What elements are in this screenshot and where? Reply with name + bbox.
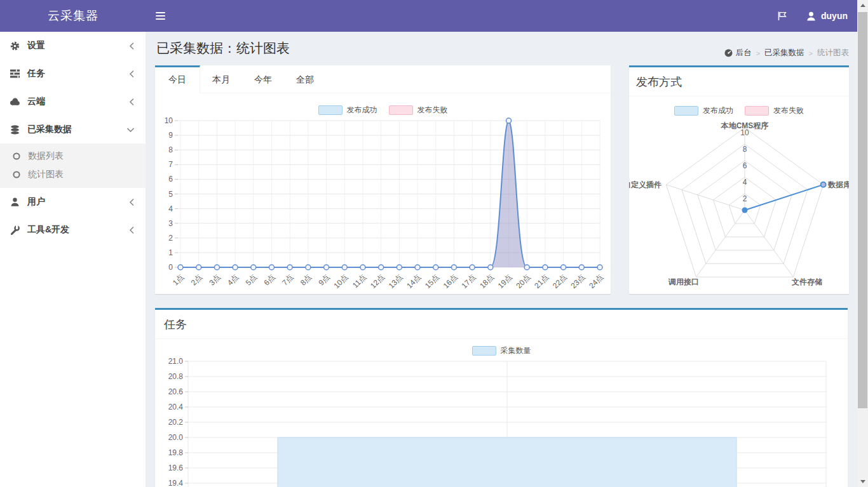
tab-this-year[interactable]: 今年 [242, 67, 284, 93]
tasks-panel: 任务 采集数量 21.020.820.620.420.220.019.819.6… [155, 308, 848, 487]
tab-today[interactable]: 今日 [155, 65, 200, 93]
sidebar-item-settings[interactable]: 设置 [0, 32, 146, 60]
hourly-publish-panel: 今日 本月 今年 全部 发布成功 发布失败 0123456789101点2点3点… [155, 65, 611, 294]
svg-text:6点: 6点 [262, 272, 276, 287]
scrollbar-thumb[interactable] [858, 12, 867, 408]
svg-text:12点: 12点 [369, 272, 386, 290]
top-navbar: 云采集器 duyun [0, 0, 868, 32]
svg-text:21点: 21点 [532, 272, 550, 290]
svg-text:4: 4 [743, 178, 747, 187]
svg-text:5点: 5点 [244, 272, 259, 287]
chevron-down-icon [126, 127, 135, 133]
legend-publish-success[interactable]: 发布成功 [318, 105, 377, 116]
chevron-left-icon [129, 198, 135, 206]
svg-text:20.4: 20.4 [168, 403, 184, 411]
legend-publish-fail[interactable]: 发布失败 [745, 105, 804, 116]
arrow-up-icon [860, 4, 865, 7]
svg-text:14点: 14点 [405, 272, 423, 290]
svg-text:19点: 19点 [496, 272, 514, 290]
sidebar-item-cloud[interactable]: 云端 [0, 88, 146, 116]
svg-text:23点: 23点 [569, 272, 587, 290]
sidebar-item-label: 设置 [27, 40, 129, 51]
chevron-left-icon [129, 226, 135, 234]
legend-success-swatch [674, 106, 698, 116]
svg-text:19.8: 19.8 [168, 448, 184, 457]
tasks-icon [10, 69, 20, 78]
scrollbar-up-button[interactable] [857, 0, 868, 11]
svg-text:4点: 4点 [226, 272, 240, 287]
sidebar-item-label: 用户 [27, 196, 129, 208]
svg-text:9: 9 [168, 131, 173, 140]
sidebar-subitem-data-list[interactable]: 数据列表 [0, 147, 146, 165]
svg-text:8: 8 [743, 145, 747, 154]
scrollbar-down-button[interactable] [857, 476, 868, 487]
sidebar-item-tools-dev[interactable]: 工具&开发 [0, 216, 146, 244]
panel-header: 发布方式 [629, 67, 849, 97]
svg-text:19.4: 19.4 [168, 479, 184, 487]
svg-text:4: 4 [168, 204, 173, 213]
svg-text:24点: 24点 [587, 272, 605, 290]
breadcrumb-current: 统计图表 [817, 48, 849, 58]
legend-publish-fail[interactable]: 发布失败 [389, 105, 448, 116]
collected-data-submenu: 数据列表 统计图表 [0, 143, 146, 188]
breadcrumb-separator: > [756, 50, 760, 57]
sidebar-item-tasks[interactable]: 任务 [0, 60, 146, 88]
svg-text:6: 6 [743, 161, 747, 170]
sidebar-item-users[interactable]: 用户 [0, 188, 146, 216]
gear-icon [10, 41, 20, 51]
sidebar-item-label: 任务 [27, 68, 129, 79]
svg-text:20.2: 20.2 [168, 418, 184, 427]
panel-title: 任务 [164, 318, 187, 331]
svg-text:16点: 16点 [442, 272, 459, 290]
svg-text:3点: 3点 [207, 272, 222, 287]
publish-method-panel: 发布方式 发布成功 发布失败 246810本地CMS程序数据库文件存储调用接口自… [629, 65, 849, 294]
legend-fail-swatch [745, 106, 769, 116]
chevron-left-icon [129, 70, 135, 78]
sidebar-toggle-button[interactable] [146, 0, 175, 32]
hamburger-icon [156, 10, 165, 22]
sidebar-subitem-stats-chart[interactable]: 统计图表 [0, 165, 146, 183]
svg-text:数据库: 数据库 [827, 180, 849, 189]
legend-publish-success[interactable]: 发布成功 [674, 105, 733, 116]
cloud-icon [10, 98, 20, 105]
sidebar-item-label: 已采集数据 [27, 124, 126, 135]
flag-button[interactable] [775, 0, 790, 32]
svg-text:2: 2 [743, 194, 747, 203]
svg-text:1点: 1点 [171, 272, 186, 287]
svg-text:自定义插件: 自定义插件 [629, 180, 661, 189]
brand-logo[interactable]: 云采集器 [0, 0, 146, 32]
user-menu[interactable]: duyun [806, 11, 848, 21]
breadcrumb-home-link[interactable]: 后台 [724, 48, 752, 58]
svg-text:20.0: 20.0 [168, 433, 184, 442]
svg-text:5: 5 [168, 190, 173, 199]
svg-text:2: 2 [168, 234, 173, 243]
breadcrumb-collected-data-link[interactable]: 已采集数据 [764, 48, 804, 58]
sidebar-item-collected-data[interactable]: 已采集数据 [0, 116, 146, 143]
svg-text:0: 0 [168, 263, 173, 272]
panel-header: 任务 [155, 310, 848, 339]
brand-label: 云采集器 [48, 8, 98, 24]
svg-text:调用接口: 调用接口 [668, 277, 699, 286]
hourly-area-chart: 0123456789101点2点3点4点5点6点7点8点9点10点11点12点1… [155, 116, 611, 294]
sidebar: 设置 任务 云端 已采集数据 数据列表 [0, 32, 146, 487]
svg-text:8: 8 [168, 145, 173, 154]
svg-text:10: 10 [165, 116, 173, 125]
svg-text:13点: 13点 [387, 272, 405, 290]
tab-all[interactable]: 全部 [284, 67, 326, 93]
page-scrollbar [857, 0, 868, 487]
wrench-icon [10, 225, 20, 235]
svg-text:本地CMS程序: 本地CMS程序 [721, 121, 769, 130]
user-icon [10, 197, 20, 206]
hourly-chart-legend: 发布成功 发布失败 [155, 105, 611, 116]
username-label: duyun [821, 11, 848, 21]
tab-this-month[interactable]: 本月 [200, 67, 242, 93]
main-content: 已采集数据：统计图表 后台 > 已采集数据 > 统计图表 今日 本月 今年 全部… [146, 32, 857, 487]
panel-title: 发布方式 [636, 76, 682, 88]
dashboard-icon [724, 49, 733, 57]
svg-text:文件存储: 文件存储 [791, 277, 822, 286]
legend-fail-swatch [389, 105, 413, 115]
svg-text:8点: 8点 [299, 272, 313, 287]
svg-text:10点: 10点 [332, 272, 350, 290]
svg-text:1: 1 [168, 248, 173, 257]
breadcrumb: 后台 > 已采集数据 > 统计图表 [724, 48, 849, 58]
